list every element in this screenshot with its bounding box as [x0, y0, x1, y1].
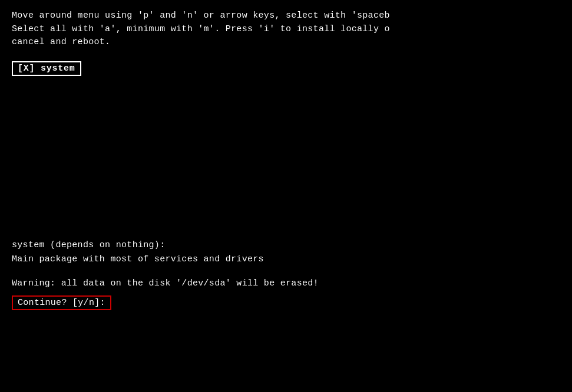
- instructions-block: Move around menu using 'p' and 'n' or ar…: [12, 9, 560, 49]
- continue-prompt[interactable]: Continue? [y/n]:: [12, 295, 111, 310]
- warning-text: Warning: all data on the disk '/dev/sda'…: [12, 278, 560, 288]
- description-line-2: Main package with most of services and d…: [12, 253, 560, 267]
- terminal-screen: Move around menu using 'p' and 'n' or ar…: [0, 0, 572, 392]
- package-description: system (depends on nothing): Main packag…: [12, 238, 560, 267]
- instruction-line-1: Move around menu using 'p' and 'n' or ar…: [12, 9, 560, 23]
- instruction-line-3: cancel and reboot.: [12, 36, 560, 49]
- warning-section: Warning: all data on the disk '/dev/sda'…: [12, 278, 560, 310]
- instruction-line-2: Select all with 'a', minimum with 'm'. P…: [12, 23, 560, 36]
- description-line-1: system (depends on nothing):: [12, 238, 560, 253]
- package-item-system[interactable]: [X] system: [12, 61, 81, 76]
